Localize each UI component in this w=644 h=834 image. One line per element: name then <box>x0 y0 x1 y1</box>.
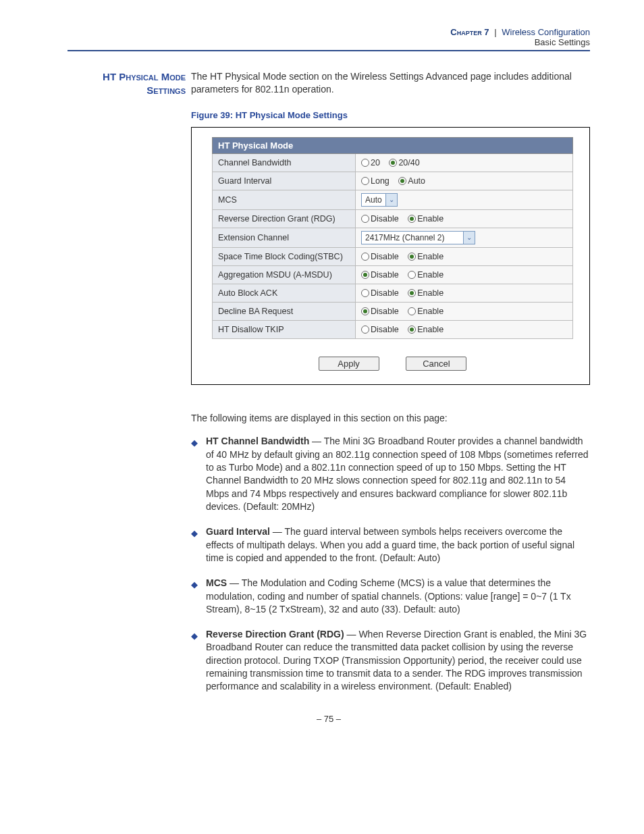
row-auto-block-ack: Auto Block ACK Disable Enable <box>213 284 573 302</box>
label-ext-channel: Extension Channel <box>213 228 356 247</box>
diamond-icon: ◆ <box>191 630 198 642</box>
label-disallow-tkip: HT Disallow TKIP <box>213 320 356 338</box>
radio-stbc-disable[interactable] <box>361 253 369 261</box>
radio-gi-long[interactable] <box>361 177 369 185</box>
label-channel-bandwidth: Channel Bandwidth <box>213 153 356 172</box>
lead-in-paragraph: The following items are displayed in thi… <box>191 412 590 425</box>
row-decline-ba: Decline BA Request Disable Enable <box>213 302 573 320</box>
radio-dba-disable[interactable] <box>361 307 369 315</box>
row-disallow-tkip: HT Disallow TKIP Disable Enable <box>213 320 573 338</box>
radio-dba-enable[interactable] <box>408 307 416 315</box>
bullet-item: ◆ Guard Interval — The guard interval be… <box>191 525 590 565</box>
row-rdg: Reverse Direction Grant (RDG) Disable En… <box>213 209 573 228</box>
radio-amsdu-disable[interactable] <box>361 271 369 279</box>
apply-button[interactable]: Apply <box>319 357 379 371</box>
diamond-icon: ◆ <box>191 527 198 540</box>
section-name: Wireless Configuration <box>502 27 590 37</box>
bullet-item: ◆ Reverse Direction Grant (RDG) — When R… <box>191 628 590 694</box>
radio-rdg-enable[interactable] <box>408 215 416 223</box>
chevron-down-icon: ⌄ <box>385 194 397 206</box>
row-stbc: Space Time Block Coding(STBC) Disable En… <box>213 247 573 265</box>
ht-physical-mode-table: HT Physical Mode Channel Bandwidth 20 20… <box>212 137 573 339</box>
label-guard-interval: Guard Interval <box>213 172 356 190</box>
row-mcs: MCS Auto⌄ <box>213 190 573 209</box>
radio-tkip-enable[interactable] <box>408 325 416 334</box>
radio-tkip-disable[interactable] <box>361 325 369 334</box>
bullet-list: ◆ HT Channel Bandwidth — The Mini 3G Bro… <box>191 435 590 693</box>
bullet-item: ◆ HT Channel Bandwidth — The Mini 3G Bro… <box>191 435 590 513</box>
radio-aba-enable[interactable] <box>408 289 416 297</box>
select-ext-channel[interactable]: 2417MHz (Channel 2)⌄ <box>361 231 475 244</box>
row-amsdu: Aggregation MSDU (A-MSDU) Disable Enable <box>213 265 573 284</box>
cancel-button[interactable]: Cancel <box>406 357 466 371</box>
radio-stbc-enable[interactable] <box>408 253 416 261</box>
select-mcs[interactable]: Auto⌄ <box>361 193 398 207</box>
figure-caption: Figure 39: HT Physical Mode Settings <box>191 110 590 120</box>
page-number: – 75 – <box>68 714 590 724</box>
radio-amsdu-enable[interactable] <box>408 271 416 279</box>
panel-title: HT Physical Mode <box>213 137 573 153</box>
chevron-down-icon: ⌄ <box>463 232 475 244</box>
side-heading: HT Physical Mode Settings <box>68 70 186 98</box>
radio-rdg-disable[interactable] <box>361 215 369 223</box>
header-separator: | <box>494 27 496 37</box>
header-rule <box>68 50 590 51</box>
subsection-name: Basic Settings <box>68 37 590 47</box>
radio-aba-disable[interactable] <box>361 289 369 297</box>
label-decline-ba: Decline BA Request <box>213 302 356 320</box>
figure-screenshot: HT Physical Mode Channel Bandwidth 20 20… <box>191 127 590 385</box>
page-header: Chapter 7 | Wireless Configuration Basic… <box>68 27 590 47</box>
row-channel-bandwidth: Channel Bandwidth 20 20/40 <box>213 153 573 172</box>
label-auto-block-ack: Auto Block ACK <box>213 284 356 302</box>
radio-gi-auto[interactable] <box>398 177 406 185</box>
intro-paragraph: The HT Physical Mode section on the Wire… <box>191 70 590 96</box>
diamond-icon: ◆ <box>191 579 198 591</box>
label-mcs: MCS <box>213 190 356 209</box>
radio-cb-20[interactable] <box>361 159 369 167</box>
label-amsdu: Aggregation MSDU (A-MSDU) <box>213 265 356 284</box>
label-stbc: Space Time Block Coding(STBC) <box>213 247 356 265</box>
bullet-item: ◆ MCS — The Modulation and Coding Scheme… <box>191 577 590 616</box>
row-guard-interval: Guard Interval Long Auto <box>213 172 573 190</box>
radio-cb-2040[interactable] <box>389 159 397 167</box>
row-ext-channel: Extension Channel 2417MHz (Channel 2)⌄ <box>213 228 573 247</box>
label-rdg: Reverse Direction Grant (RDG) <box>213 209 356 228</box>
chapter-label: Chapter 7 <box>450 27 489 37</box>
diamond-icon: ◆ <box>191 437 198 449</box>
